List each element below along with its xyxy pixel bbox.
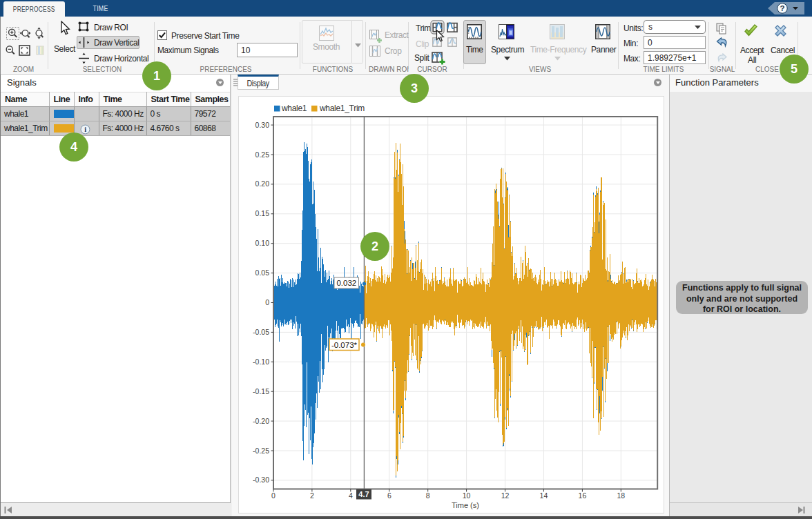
svg-text:2: 2 — [310, 491, 314, 500]
svg-text:-0.15: -0.15 — [253, 387, 269, 395]
svg-text:8: 8 — [426, 491, 430, 500]
svg-text:-0.20: -0.20 — [253, 417, 269, 425]
svg-text:-0.10: -0.10 — [253, 358, 269, 366]
svg-text:0.25: 0.25 — [255, 150, 270, 159]
svg-text:14: 14 — [540, 491, 548, 500]
svg-text:-0.05: -0.05 — [253, 328, 269, 336]
svg-text:12: 12 — [501, 491, 510, 500]
svg-text:whale1_Trim: whale1_Trim — [319, 104, 365, 113]
svg-text:0.10: 0.10 — [255, 239, 270, 247]
svg-text:0.20: 0.20 — [255, 179, 270, 188]
svg-text:0.05: 0.05 — [255, 268, 270, 277]
svg-text:0.032: 0.032 — [336, 279, 356, 287]
svg-text:0.15: 0.15 — [255, 209, 270, 217]
svg-text:whale1: whale1 — [281, 104, 307, 113]
svg-text:-0.25: -0.25 — [253, 447, 269, 455]
svg-text:4.7: 4.7 — [358, 490, 369, 498]
svg-text:16: 16 — [579, 491, 587, 500]
svg-text:?: ? — [780, 4, 784, 12]
svg-text:-0.30: -0.30 — [253, 476, 269, 484]
svg-text:0: 0 — [271, 491, 276, 500]
svg-text:10: 10 — [463, 491, 471, 500]
svg-text:0: 0 — [265, 298, 269, 306]
svg-text:-0.073*: -0.073* — [331, 341, 358, 349]
svg-text:4: 4 — [349, 491, 353, 500]
svg-text:18: 18 — [617, 491, 625, 500]
svg-text:6: 6 — [387, 491, 392, 500]
svg-text:Time (s): Time (s) — [452, 501, 479, 509]
svg-text:0.30: 0.30 — [255, 121, 270, 129]
